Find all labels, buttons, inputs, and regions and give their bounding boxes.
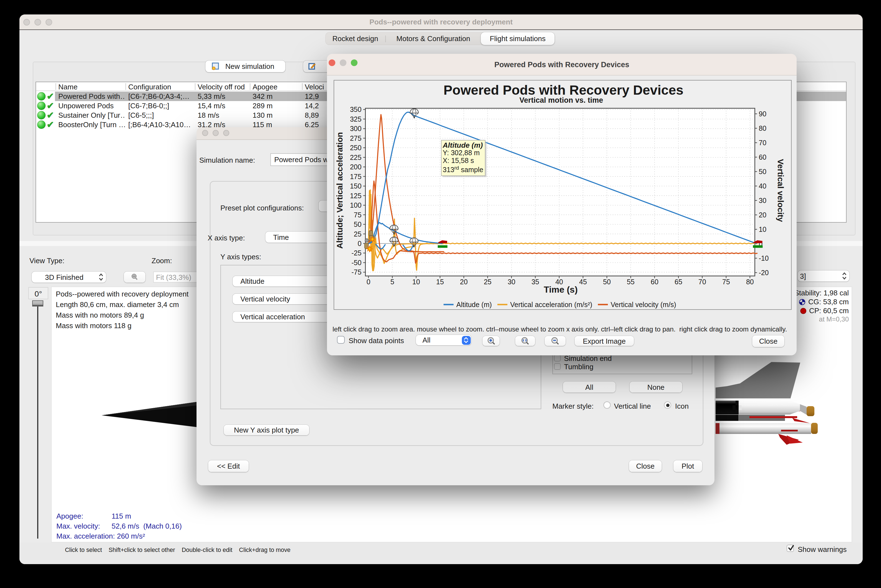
svg-text:75: 75 (354, 211, 362, 219)
svg-text:0: 0 (366, 278, 370, 286)
svg-text:65: 65 (674, 278, 682, 286)
svg-text:45: 45 (579, 278, 587, 286)
svg-text:200: 200 (350, 163, 362, 171)
svg-text:25: 25 (484, 278, 491, 286)
svg-text:75: 75 (722, 278, 730, 286)
svg-text:0: 0 (358, 240, 361, 248)
svg-text:Vertical velocity (m/s): Vertical velocity (m/s) (611, 301, 676, 308)
svg-text:10: 10 (412, 278, 420, 286)
svg-text:40: 40 (758, 182, 766, 190)
svg-text:70: 70 (758, 139, 766, 147)
svg-text:Y: 302,88 m: Y: 302,88 m (443, 149, 479, 157)
svg-text:275: 275 (350, 134, 362, 142)
svg-text:50: 50 (354, 220, 362, 228)
svg-text:Altitude (m): Altitude (m) (442, 141, 483, 149)
svg-text:225: 225 (350, 153, 362, 161)
svg-text:55: 55 (627, 278, 635, 286)
svg-text:80: 80 (758, 124, 766, 132)
svg-text:20: 20 (758, 211, 766, 219)
svg-text:25: 25 (354, 230, 362, 238)
svg-text:175: 175 (350, 172, 362, 180)
svg-text:15: 15 (436, 278, 444, 286)
svg-text:313rd sample: 313rd sample (443, 165, 483, 174)
svg-text:X: 15,58 s: X: 15,58 s (443, 157, 474, 164)
svg-text:-10: -10 (758, 254, 769, 262)
svg-text:Vertical velocity: Vertical velocity (776, 159, 785, 222)
svg-text:20: 20 (460, 278, 468, 286)
svg-text:-25: -25 (351, 249, 361, 257)
svg-text:350: 350 (350, 105, 362, 113)
svg-text:50: 50 (758, 168, 766, 176)
svg-text:Altitude (m): Altitude (m) (456, 301, 492, 308)
svg-text:-75: -75 (351, 268, 361, 276)
svg-text:60: 60 (758, 153, 766, 161)
svg-text:100: 100 (350, 201, 362, 209)
svg-text:60: 60 (650, 278, 658, 286)
svg-text:-20: -20 (758, 269, 769, 276)
svg-text:125: 125 (350, 192, 362, 200)
svg-text:70: 70 (698, 278, 706, 286)
svg-text:150: 150 (350, 182, 362, 190)
svg-text:Time (s): Time (s) (544, 285, 578, 294)
svg-text:Vertical acceleration (m/s²): Vertical acceleration (m/s²) (510, 301, 592, 308)
svg-text:10: 10 (758, 225, 766, 233)
svg-text:Powered Pods with Recovery Dev: Powered Pods with Recovery Devices (443, 83, 683, 98)
svg-text:Altitude; Vertical acceleratio: Altitude; Vertical acceleration (335, 132, 344, 249)
svg-text:Vertical motion vs. time: Vertical motion vs. time (519, 96, 603, 104)
svg-text:5: 5 (390, 278, 394, 286)
svg-text:80: 80 (746, 278, 754, 286)
svg-text:30: 30 (758, 196, 766, 204)
svg-text:35: 35 (532, 278, 539, 286)
svg-text:-50: -50 (351, 259, 361, 267)
svg-text:50: 50 (603, 278, 611, 286)
svg-text:325: 325 (350, 115, 362, 123)
svg-text:30: 30 (508, 278, 515, 286)
svg-text:90: 90 (758, 110, 766, 118)
svg-text:250: 250 (350, 144, 362, 152)
svg-text:300: 300 (350, 124, 362, 132)
